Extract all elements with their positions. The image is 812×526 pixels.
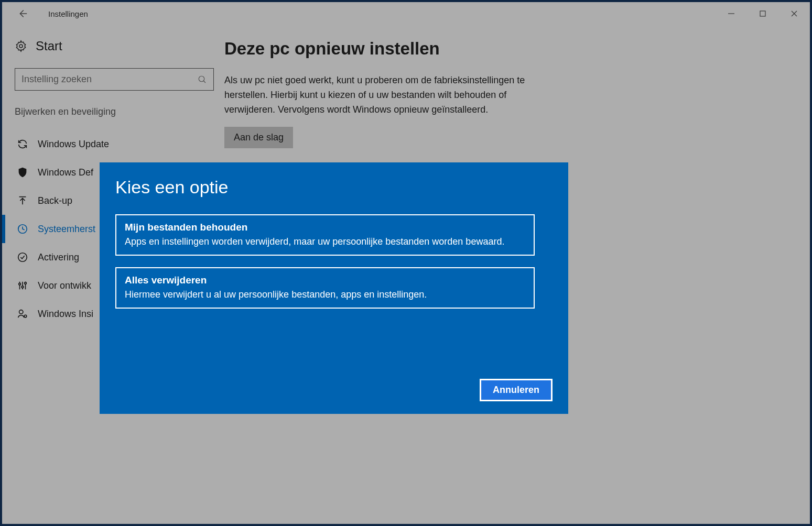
dialog-title: Kies een optie <box>115 177 553 198</box>
choose-option-dialog: Kies een optie Mijn bestanden behouden A… <box>100 162 568 414</box>
option-remove-everything[interactable]: Alles verwijderen Hiermee verwijdert u a… <box>115 267 535 309</box>
option-description: Apps en instellingen worden verwijderd, … <box>125 235 525 248</box>
cancel-button[interactable]: Annuleren <box>480 379 553 401</box>
option-title: Mijn bestanden behouden <box>125 222 525 233</box>
dialog-footer: Annuleren <box>115 379 553 401</box>
option-title: Alles verwijderen <box>125 275 525 286</box>
option-description: Hiermee verwijdert u al uw persoonlijke … <box>125 288 525 301</box>
option-keep-files[interactable]: Mijn bestanden behouden Apps en instelli… <box>115 214 535 256</box>
